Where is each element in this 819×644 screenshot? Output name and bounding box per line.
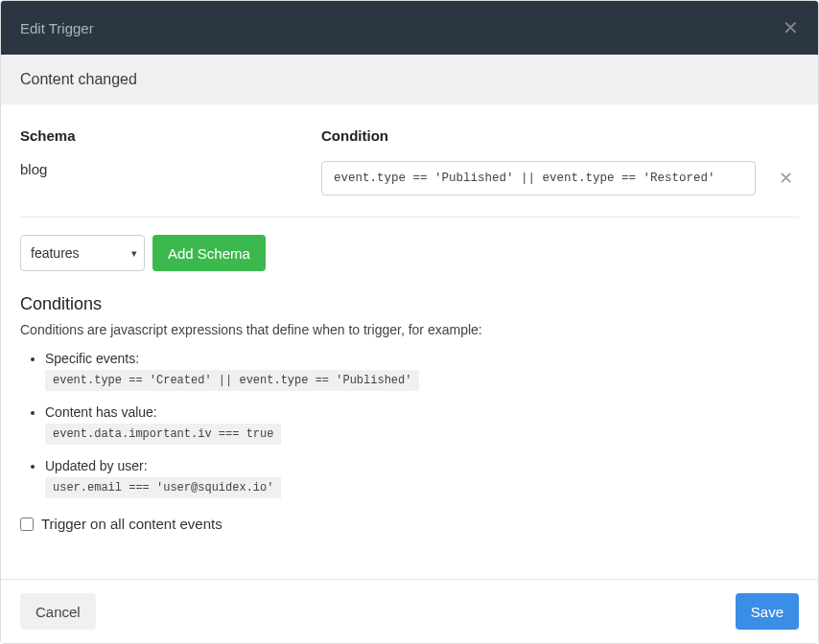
- close-icon[interactable]: ✕: [783, 18, 799, 37]
- conditions-heading: Conditions: [20, 294, 799, 314]
- condition-input[interactable]: [321, 161, 756, 196]
- edit-trigger-dialog: Edit Trigger ✕ Content changed Schema Co…: [0, 0, 819, 644]
- example-label: Content has value:: [45, 404, 799, 420]
- schema-name: blog: [20, 161, 321, 177]
- example-code: event.type == 'Created' || event.type ==…: [45, 370, 419, 391]
- add-schema-row: features ▾ Add Schema: [20, 235, 799, 271]
- titlebar: Edit Trigger ✕: [1, 1, 818, 55]
- trigger-all-row[interactable]: Trigger on all content events: [20, 516, 799, 532]
- schema-select[interactable]: features: [20, 235, 145, 271]
- trigger-all-checkbox[interactable]: [20, 518, 34, 531]
- example-code: user.email === 'user@squidex.io': [45, 477, 281, 498]
- add-schema-button[interactable]: Add Schema: [152, 235, 266, 271]
- example-label: Updated by user:: [45, 458, 799, 473]
- conditions-hint: Conditions are javascript expressions th…: [20, 322, 799, 337]
- conditions-examples: Specific events: event.type == 'Created'…: [20, 351, 799, 498]
- dialog-footer: Cancel Save: [1, 579, 818, 643]
- save-button[interactable]: Save: [736, 593, 799, 630]
- trigger-all-label: Trigger on all content events: [41, 516, 222, 532]
- example-item: Content has value: event.data.important.…: [45, 404, 799, 445]
- example-label: Specific events:: [45, 351, 799, 366]
- remove-row-icon[interactable]: ✕: [773, 168, 799, 189]
- dialog-body: Schema Condition blog ✕ features ▾: [1, 104, 818, 579]
- schema-column-label: Schema: [20, 127, 321, 144]
- condition-column-label: Condition: [321, 127, 799, 144]
- divider: [20, 217, 799, 218]
- subheader-text: Content changed: [20, 71, 137, 88]
- subheader: Content changed: [1, 55, 818, 104]
- dialog-title: Edit Trigger: [20, 20, 94, 36]
- schema-condition-header: Schema Condition: [20, 127, 799, 161]
- schema-row: blog ✕: [20, 161, 799, 196]
- example-item: Specific events: event.type == 'Created'…: [45, 351, 799, 391]
- cancel-button[interactable]: Cancel: [20, 593, 96, 630]
- example-code: event.data.important.iv === true: [45, 424, 281, 445]
- example-item: Updated by user: user.email === 'user@sq…: [45, 458, 799, 498]
